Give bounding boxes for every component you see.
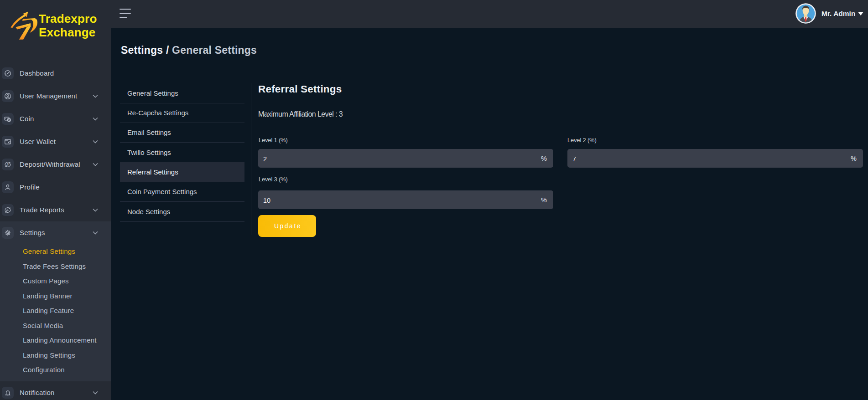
svg-text:$: $ — [7, 163, 9, 166]
